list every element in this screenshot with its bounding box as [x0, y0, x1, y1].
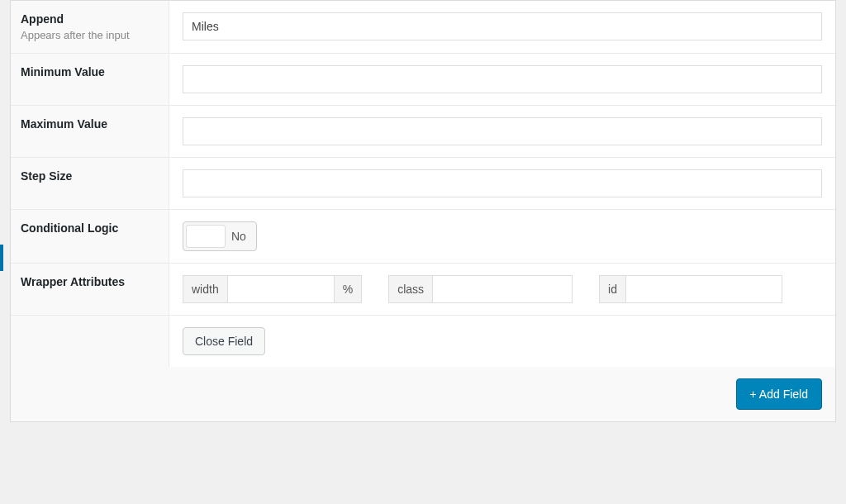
input-cell: [169, 106, 835, 157]
label-cell: Append Appears after the input: [11, 1, 169, 53]
row-step-size: Step Size: [11, 158, 835, 210]
side-indicator: [0, 245, 3, 271]
label-title: Step Size: [21, 169, 159, 183]
step-size-input[interactable]: [183, 169, 822, 197]
input-cell: No: [169, 210, 835, 263]
class-prefix: class: [388, 275, 432, 303]
class-group: class: [388, 275, 573, 303]
panel-footer: + Add Field: [11, 367, 835, 421]
width-suffix: %: [335, 275, 362, 303]
label-cell-empty: [11, 316, 169, 367]
id-group: id: [599, 275, 782, 303]
wrapper-attributes-group: width % class id: [183, 275, 822, 303]
toggle-switch-icon: [186, 225, 226, 248]
row-wrapper-attributes: Wrapper Attributes width % class id: [11, 264, 835, 316]
add-field-button[interactable]: + Add Field: [736, 378, 822, 410]
field-settings-panel: Append Appears after the input Minimum V…: [10, 0, 836, 422]
label-desc: Appears after the input: [21, 29, 159, 41]
input-cell: [169, 54, 835, 105]
label-title: Minimum Value: [21, 65, 159, 78]
minimum-value-input[interactable]: [183, 65, 822, 93]
append-input[interactable]: [183, 12, 822, 40]
label-cell: Minimum Value: [11, 54, 169, 105]
width-prefix: width: [183, 275, 227, 303]
row-append: Append Appears after the input: [11, 1, 835, 54]
input-cell: [169, 1, 835, 53]
label-cell: Step Size: [11, 158, 169, 209]
row-close: Close Field: [11, 316, 835, 367]
label-title: Wrapper Attributes: [21, 275, 159, 288]
toggle-label: No: [228, 230, 256, 243]
input-cell: [169, 158, 835, 209]
width-group: width %: [183, 275, 362, 303]
width-input[interactable]: [227, 275, 335, 303]
label-title: Maximum Value: [21, 117, 159, 131]
conditional-logic-toggle[interactable]: No: [183, 221, 257, 251]
label-title: Conditional Logic: [21, 221, 159, 235]
label-title: Append: [21, 12, 159, 26]
label-cell: Conditional Logic: [11, 210, 169, 263]
label-cell: Wrapper Attributes: [11, 264, 169, 315]
id-input[interactable]: [625, 275, 782, 303]
input-cell: Close Field: [169, 316, 835, 367]
close-field-button[interactable]: Close Field: [183, 327, 265, 355]
label-cell: Maximum Value: [11, 106, 169, 157]
row-minimum-value: Minimum Value: [11, 54, 835, 106]
class-input[interactable]: [432, 275, 573, 303]
row-conditional-logic: Conditional Logic No: [11, 210, 835, 264]
maximum-value-input[interactable]: [183, 117, 822, 145]
input-cell: width % class id: [169, 264, 835, 315]
id-prefix: id: [599, 275, 625, 303]
row-maximum-value: Maximum Value: [11, 106, 835, 158]
